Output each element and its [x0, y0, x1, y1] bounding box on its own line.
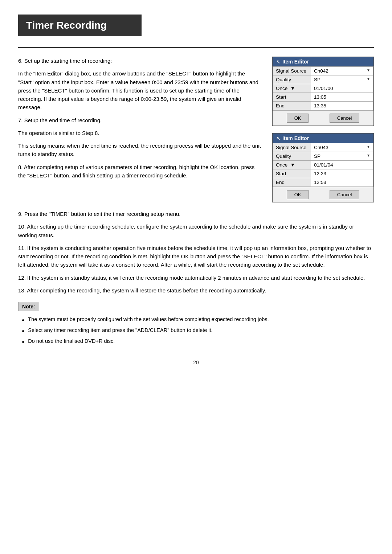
- value-quality-2: SP ▼: [311, 152, 373, 161]
- step7-body1: The operation is similar to Step 8.: [18, 129, 261, 137]
- value-once-2: 01/01/04: [311, 161, 373, 169]
- panel1-table: Signal Source Ch042 ▼ Quality SP ▼ Once …: [273, 66, 373, 110]
- panel1-header: ↖ Item Editor: [273, 57, 373, 66]
- label-start-2: Start: [273, 169, 311, 178]
- cursor-icon-2: ↖: [276, 136, 280, 141]
- dropdown-arrow: ▼: [367, 145, 370, 149]
- label-quality-1: Quality: [273, 75, 311, 84]
- panel1-footer: OK Cancel: [273, 110, 373, 126]
- table-row: Quality SP ▼: [273, 75, 373, 84]
- list-item: Do not use the finalised DVD+R disc.: [22, 337, 374, 345]
- step8-body: 8. After completing setup of various par…: [18, 163, 261, 180]
- value-start-1: 13:05: [311, 93, 373, 102]
- step7-heading: 7. Setup the end time of recording.: [18, 116, 261, 124]
- note-list: The system must be properly configured w…: [22, 316, 374, 345]
- item-editor-panel-2: ↖ Item Editor Signal Source Ch043 ▼ Qual…: [272, 133, 374, 202]
- panel1-header-label: Item Editor: [282, 59, 309, 65]
- panel1-cancel-button[interactable]: Cancel: [330, 114, 359, 123]
- label-once-1: Once ▼: [273, 84, 311, 93]
- label-end-2: End: [273, 178, 311, 187]
- panel2-header-label: Item Editor: [282, 135, 309, 141]
- panels-column: ↖ Item Editor Signal Source Ch042 ▼ Qual…: [272, 57, 374, 202]
- label-quality-2: Quality: [273, 152, 311, 161]
- step11-body: 11. If the system is conducting another …: [18, 244, 374, 269]
- text-column: 6. Set up the starting time of recording…: [18, 57, 261, 184]
- label-signal-source-2: Signal Source: [273, 143, 311, 152]
- cursor-icon-1: ↖: [276, 59, 280, 65]
- list-item: Select any timer recording item and pres…: [22, 327, 374, 335]
- value-quality-1: SP ▼: [311, 75, 373, 84]
- title-bar: Timer Recording: [18, 15, 142, 36]
- note-label: Note:: [18, 302, 39, 311]
- step13-body: 13. After completing the recording, the …: [18, 286, 374, 295]
- title-divider: [18, 47, 374, 48]
- panel1-ok-button[interactable]: OK: [287, 114, 309, 123]
- value-once-1: 01/01/00: [311, 84, 373, 93]
- step6-heading: 6. Set up the starting time of recording…: [18, 57, 261, 65]
- table-row: Quality SP ▼: [273, 152, 373, 161]
- dropdown-arrow: ▼: [367, 68, 370, 72]
- step12-body: 12. If the system is in standby status, …: [18, 274, 374, 282]
- label-once-2: Once ▼: [273, 161, 311, 169]
- value-start-2: 12:23: [311, 169, 373, 178]
- panel2-cancel-button[interactable]: Cancel: [330, 190, 359, 199]
- once-arrow-1: ▼: [290, 86, 295, 91]
- value-end-2: 12:53: [311, 178, 373, 187]
- item-editor-panel-1: ↖ Item Editor Signal Source Ch042 ▼ Qual…: [272, 57, 374, 126]
- value-signal-source-1: Ch042 ▼: [311, 67, 373, 75]
- once-arrow-2: ▼: [290, 162, 295, 168]
- panel2-ok-button[interactable]: OK: [287, 190, 309, 199]
- table-row: Signal Source Ch042 ▼: [273, 67, 373, 75]
- page-title: Timer Recording: [26, 20, 107, 31]
- step10-body: 10. After setting up the timer recording…: [18, 222, 374, 239]
- dropdown-arrow: ▼: [367, 153, 370, 157]
- step9-body: 9. Press the "TIMER" button to exit the …: [18, 210, 374, 218]
- page-number: 20: [18, 360, 374, 365]
- lower-content: 9. Press the "TIMER" button to exit the …: [18, 210, 374, 345]
- table-row: Start 12:23: [273, 169, 373, 178]
- label-start-1: Start: [273, 93, 311, 102]
- step7-body2: This setting means: when the end time is…: [18, 141, 261, 159]
- value-signal-source-2: Ch043 ▼: [311, 143, 373, 152]
- table-row: Once ▼ 01/01/00: [273, 84, 373, 93]
- panel2-table: Signal Source Ch043 ▼ Quality SP ▼ Once …: [273, 143, 373, 187]
- table-row: End 12:53: [273, 178, 373, 187]
- table-row: Once ▼ 01/01/04: [273, 161, 373, 169]
- dropdown-arrow: ▼: [367, 77, 370, 81]
- note-section: Note: The system must be properly config…: [18, 302, 374, 345]
- table-row: Start 13:05: [273, 93, 373, 102]
- panel2-header: ↖ Item Editor: [273, 134, 373, 143]
- table-row: End 13:35: [273, 102, 373, 110]
- label-signal-source-1: Signal Source: [273, 67, 311, 75]
- main-content: 6. Set up the starting time of recording…: [18, 57, 374, 202]
- panel2-footer: OK Cancel: [273, 187, 373, 202]
- table-row: Signal Source Ch043 ▼: [273, 143, 373, 152]
- value-end-1: 13:35: [311, 102, 373, 110]
- step6-body: In the "Item Editor" dialog box, use the…: [18, 69, 261, 111]
- list-item: The system must be properly configured w…: [22, 316, 374, 324]
- label-end-1: End: [273, 102, 311, 110]
